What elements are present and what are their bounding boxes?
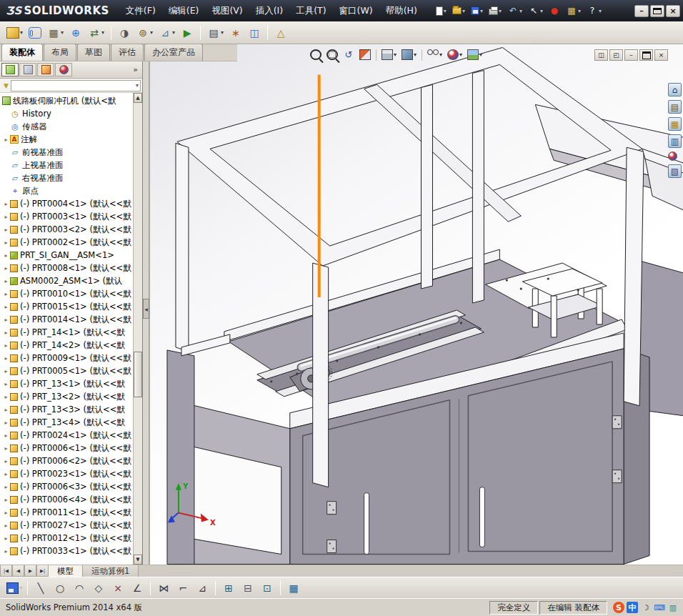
reference-geometry-icon[interactable]: ⊿▾ — [156, 25, 177, 41]
display-style-icon[interactable]: ▾ — [400, 48, 418, 61]
dropdown-arrow-icon[interactable]: ▾ — [439, 51, 442, 58]
tree-item[interactable]: ▸(-) PRT0006<3> (默认<<默 — [2, 480, 133, 493]
dropdown-arrow-icon[interactable]: ▾ — [150, 29, 153, 36]
scroll-track[interactable] — [134, 103, 142, 555]
tab-motion-study-1[interactable]: 运动算例1 — [83, 565, 139, 577]
dropdown-arrow-icon[interactable]: ▾ — [221, 29, 224, 36]
tree-item[interactable]: ▸(-) PRT_14<2> (默认<<默 — [2, 339, 133, 352]
scroll-down-icon[interactable]: ▼ — [134, 555, 142, 565]
options-icon[interactable]: ▦▾ — [564, 4, 583, 17]
keyboard-icon[interactable]: ⌨ — [654, 602, 665, 613]
design-library-icon[interactable]: ▤ — [668, 100, 682, 114]
sogou-icon[interactable]: S — [613, 602, 624, 613]
dropdown-arrow-icon[interactable]: ▾ — [480, 8, 483, 14]
tree-item[interactable]: ▸(-) PRT0006<4> (默认<<默 — [2, 493, 133, 506]
tree-item[interactable]: ▸(-) PRT0003<2> (默认<<默 — [2, 223, 133, 236]
dropdown-arrow-icon[interactable]: ▾ — [519, 8, 522, 14]
line-icon[interactable]: ╲ — [32, 580, 49, 597]
minimize-button[interactable]: – — [634, 5, 649, 17]
expand-arrow-icon[interactable]: ▸ — [2, 368, 10, 374]
tree-item[interactable]: ▸(-) PRT0002<1> (默认<<默 — [2, 236, 133, 249]
panel-splitter[interactable]: ◀ — [143, 61, 149, 565]
tree-item[interactable]: ▱右视基准面 — [2, 172, 133, 184]
tree-item[interactable]: ◎传感器 — [2, 120, 133, 133]
expand-arrow-icon[interactable]: ▸ — [2, 329, 10, 336]
evaluate-icon[interactable]: ▦ — [285, 580, 302, 597]
doc-split-icon[interactable]: ◰ — [609, 49, 623, 61]
expand-arrow-icon[interactable]: ▸ — [2, 484, 10, 490]
dropdown-arrow-icon[interactable]: ▾ — [19, 585, 22, 591]
expand-arrow-icon[interactable]: ▸ — [2, 548, 10, 555]
expand-arrow-icon[interactable]: ▸ — [2, 432, 10, 439]
tree-item[interactable]: ▸(-) PRT0010<1> (默认<<默 — [2, 287, 133, 300]
tree-item[interactable]: ▸(-) PRT_13<2> (默认<<默 — [2, 390, 133, 403]
featuremanager-tab[interactable] — [1, 63, 19, 76]
offset-icon[interactable]: ⌐ — [174, 580, 191, 597]
graphics-area[interactable]: Y X ↺▾▾▾▾▾ ◫◰–× ⌂▤▦▥▧ — [149, 44, 683, 565]
dropdown-arrow-icon[interactable]: ▾ — [499, 8, 502, 14]
doc-close-button[interactable]: × — [654, 49, 668, 61]
collapse-panel-icon[interactable]: ◀ — [143, 299, 149, 319]
tree-item[interactable]: ▸(-) PRT0009<1> (默认<<默 — [2, 352, 133, 364]
resources-icon[interactable]: ⌂ — [668, 83, 682, 96]
interference-detection-icon[interactable]: ◫ — [246, 25, 263, 41]
bill-of-materials-icon[interactable]: ▤▾ — [205, 25, 226, 41]
expand-arrow-icon[interactable]: ▸ — [2, 407, 10, 413]
menu-insert[interactable]: 插入(I) — [249, 4, 289, 19]
tree-item[interactable]: ▸(-) PRT0012<1> (默认<<默 — [2, 532, 133, 545]
tree-item[interactable]: ▸ASM0002_ASM<1> (默认 — [2, 274, 133, 287]
expand-arrow-icon[interactable]: ▸ — [2, 355, 10, 362]
tab-assembly[interactable]: 装配体 — [1, 44, 43, 61]
new-document-icon[interactable]: ▾ — [434, 5, 449, 17]
circle-icon[interactable]: ○ — [51, 580, 69, 597]
edit-appearance-icon[interactable]: ▾ — [446, 48, 464, 61]
angle-icon[interactable]: ∠ — [129, 580, 146, 597]
expand-arrow-icon[interactable]: ▸ — [2, 252, 10, 259]
dropdown-arrow-icon[interactable]: ▾ — [540, 8, 543, 14]
zoom-area-icon[interactable] — [325, 48, 339, 61]
doc-minimize-button[interactable]: – — [624, 49, 638, 61]
expand-arrow-icon[interactable]: ▸ — [2, 291, 10, 297]
view-orientation-icon[interactable]: ▾ — [380, 48, 398, 61]
tree-item[interactable]: ▸(-) PRT0006<1> (默认<<默 — [2, 442, 133, 454]
tree-item[interactable]: ▸(-) PRT0011<1> (默认<<默 — [2, 506, 133, 519]
tree-item[interactable]: ▸(-) PRT0027<1> (默认<<默 — [2, 519, 133, 532]
tree-item[interactable]: ▸(-) PRT0004<1> (默认<<默 — [2, 197, 133, 210]
move-component-icon[interactable]: ⇄▾ — [86, 25, 106, 41]
expand-arrow-icon[interactable]: ▸ — [2, 471, 10, 477]
convert-entities-icon[interactable]: ⊿ — [194, 580, 211, 597]
next-tab-button[interactable]: ▶ — [24, 565, 36, 577]
ime-chinese-icon[interactable]: 中 — [627, 602, 638, 613]
tree-item[interactable]: ▸(-) PRT_13<4> (默认<<默 — [2, 416, 133, 429]
print-icon[interactable]: ▾ — [487, 5, 504, 16]
tab-evaluate[interactable]: 评估 — [111, 44, 144, 61]
tab-model[interactable]: 模型 — [49, 565, 83, 577]
expand-arrow-icon[interactable]: ▸ — [2, 394, 10, 400]
tree-item[interactable]: ▸(-) PRT0024<1> (默认<<默 — [2, 429, 133, 442]
insert-component-icon[interactable]: ▾ — [4, 25, 25, 41]
expand-arrow-icon[interactable]: ▸ — [2, 136, 10, 143]
tab-office-products[interactable]: 办公室产品 — [144, 44, 203, 61]
doc-new-window-icon[interactable]: ◫ — [594, 49, 608, 61]
mate-icon[interactable] — [26, 25, 44, 41]
filter-input[interactable]: ▾ — [11, 80, 141, 91]
snap-icon[interactable]: ⊟ — [239, 580, 256, 597]
expand-arrow-icon[interactable]: ▸ — [2, 201, 10, 207]
dropdown-arrow-icon[interactable]: ▾ — [578, 8, 581, 14]
tab-layout[interactable]: 布局 — [44, 44, 76, 61]
model-3d-view[interactable]: Y X — [150, 44, 683, 565]
expand-arrow-icon[interactable]: ▸ — [2, 445, 10, 452]
dropdown-arrow-icon[interactable]: ▾ — [414, 51, 417, 58]
menu-view[interactable]: 视图(V) — [205, 4, 249, 19]
instant3d-icon[interactable]: △ — [272, 25, 289, 41]
tree-item[interactable]: ▸(-) PRT0003<1> (默认<<默 — [2, 210, 133, 223]
new-motion-study-icon[interactable]: ▶ — [179, 25, 196, 41]
record-macro-icon[interactable]: ● — [547, 4, 562, 17]
panel-overflow-icon[interactable]: » — [130, 65, 141, 74]
dropdown-arrow-icon[interactable]: ▾ — [20, 29, 23, 36]
view-palette-icon[interactable]: ▥ — [668, 134, 682, 148]
scroll-thumb[interactable] — [134, 352, 142, 397]
network-icon[interactable]: ▥ — [667, 602, 679, 613]
dropdown-arrow-icon[interactable]: ▾ — [599, 8, 602, 14]
dropdown-arrow-icon[interactable]: ▾ — [462, 8, 465, 14]
